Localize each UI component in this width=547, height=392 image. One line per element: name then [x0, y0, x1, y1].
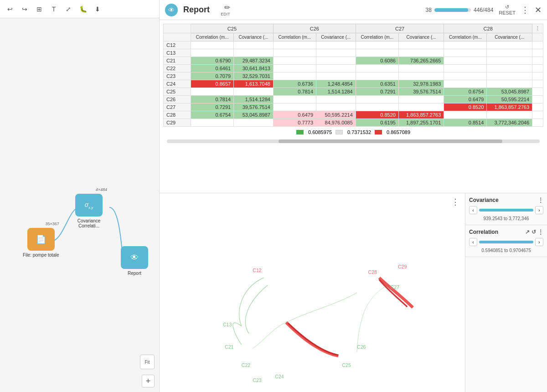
grid-button[interactable]: ⊞	[33, 3, 46, 15]
sub-col-c28-corr: Correlation (m...	[444, 33, 487, 41]
sub-col-c28-cov: Covariance (...	[487, 33, 532, 41]
file-node-label: File: pompe totale	[23, 253, 59, 258]
correlation-title: Correlation ↗ ↺ ⋮	[469, 229, 543, 235]
table-row: C21 0.6790 29,487.3234 0.6086 736,265.26…	[164, 57, 543, 65]
report-node-label: Report	[128, 271, 141, 276]
legend-bar: 0.6085975 0.7371532 0.8657089	[163, 127, 543, 138]
report-icon: 👁	[130, 253, 139, 263]
workflow-canvas: ↩ ↪ ⊞ T ⤢ 🐛 ⬇ 📄 35×367 File: pompe total…	[0, 0, 160, 392]
legend-mid	[335, 130, 343, 134]
covariance-range: 939.2543 to 3,772,346	[469, 216, 543, 221]
row-label-c29: C29	[164, 119, 191, 127]
correlation-left-arrow[interactable]: ‹	[469, 238, 477, 246]
node-label-c21: C21	[225, 344, 234, 350]
row-label-c27: C27	[164, 103, 191, 111]
covariance-control-panel: Covariance ⋮ ‹ › 939.2543 to 3,772,346	[465, 193, 547, 225]
cov-icon: σx,y	[85, 201, 93, 210]
report-content: C25 C26 C27 C28 ⋮ Correlation (m... Cova…	[160, 20, 547, 392]
page-total: 446/484	[474, 7, 493, 13]
sub-col-c27-corr: Correlation (m...	[356, 33, 398, 41]
correlation-reset-icon[interactable]: ↺	[532, 229, 536, 235]
node-label-c27: C27	[391, 284, 400, 290]
expand-button[interactable]: ⤢	[62, 3, 75, 15]
page-bar-fill	[434, 8, 468, 12]
reset-button[interactable]: ↺ RESET	[499, 4, 516, 15]
legend-green	[296, 130, 304, 134]
col-header-c26: C26	[273, 24, 356, 33]
table-row: C22 0.6461 30,641.8413	[164, 65, 543, 72]
cov-node-label: Covariance Correlati...	[71, 218, 107, 228]
node-label-c23: C23	[253, 377, 262, 383]
row-label-c25: C25	[164, 88, 191, 96]
row-label-c13: C13	[164, 49, 191, 57]
table-row: C28 0.6754 53,045.8987 0.6479 50,595.221…	[164, 111, 543, 119]
table-scrollbar[interactable]	[167, 139, 540, 143]
node-label-c22: C22	[242, 362, 251, 368]
node-label-c29: C29	[398, 264, 407, 269]
legend-red-val: 0.8657089	[387, 129, 410, 135]
file-icon: 📄	[36, 234, 46, 244]
undo-button[interactable]: ↩	[4, 3, 16, 15]
correlation-slider[interactable]	[479, 241, 533, 243]
reset-label: RESET	[499, 10, 516, 15]
row-label-c21: C21	[164, 57, 191, 65]
correlation-icons: ↗ ↺ ⋮	[525, 229, 543, 235]
redo-button[interactable]: ↪	[18, 3, 31, 15]
table-row: C24 0.8657 1,613.7048 0.6736 1,248.4854 …	[164, 80, 543, 88]
correlation-control-panel: Correlation ↗ ↺ ⋮ ‹ › 0.5940851 to 0.970…	[465, 225, 547, 257]
file-node-size: 35×367	[45, 222, 59, 226]
table-row: C13	[164, 49, 543, 57]
legend-mid-val: 0.7371532	[347, 129, 371, 135]
correlation-slider-row: ‹ ›	[469, 238, 543, 246]
node-label-c28: C28	[368, 269, 377, 275]
legend-red	[375, 130, 382, 134]
table-row: C25 0.7814 1,514.1284 0.7291 39,576.7514…	[164, 88, 543, 96]
graph-main: ⋮	[160, 193, 465, 392]
covariance-slider-row: ‹ ›	[469, 206, 543, 214]
report-header: 👁 Report ✏ EDIT 38 446/484 ↺ RESET ⋮ ✕	[160, 0, 547, 20]
covariance-title: Covariance ⋮	[469, 197, 543, 203]
header-more-button[interactable]: ⋮	[521, 5, 529, 15]
reset-icon: ↺	[505, 4, 509, 10]
col-header-c25: C25	[191, 24, 274, 33]
correlation-more-icon[interactable]: ⋮	[538, 229, 543, 235]
correlation-link-icon[interactable]: ↗	[525, 229, 530, 235]
report-node[interactable]: 👁 Report	[121, 246, 148, 276]
row-label-c12: C12	[164, 41, 191, 49]
correlation-right-arrow[interactable]: ›	[535, 238, 543, 246]
file-node[interactable]: 📄 35×367 File: pompe totale	[23, 228, 59, 258]
report-eye-icon: 👁	[165, 4, 178, 16]
fit-button[interactable]: Fit	[140, 355, 155, 369]
row-label-c23: C23	[164, 72, 191, 80]
sub-col-c25-corr: Correlation (m...	[191, 33, 234, 41]
edit-icon[interactable]: ✏	[224, 3, 230, 12]
cov-node-size: 4×484	[96, 187, 107, 192]
close-button[interactable]: ✕	[535, 5, 542, 15]
legend-green-val: 0.6085975	[308, 129, 332, 135]
page-progress-bar	[434, 8, 471, 12]
covariance-more-button[interactable]: ⋮	[538, 197, 543, 203]
node-label-c25: C25	[342, 362, 351, 368]
report-panel: 👁 Report ✏ EDIT 38 446/484 ↺ RESET ⋮ ✕	[160, 0, 547, 392]
sub-col-c25-cov: Covariance (...	[234, 33, 274, 41]
row-label-c22: C22	[164, 65, 191, 72]
covariance-slider[interactable]	[479, 209, 533, 211]
add-button[interactable]: +	[142, 375, 155, 387]
node-label-c24: C24	[275, 374, 284, 379]
row-label-c26: C26	[164, 96, 191, 103]
cov-node[interactable]: σx,y 4×484 Covariance Correlati...	[71, 194, 107, 228]
toolbar: ↩ ↪ ⊞ T ⤢ 🐛 ⬇	[0, 0, 159, 18]
data-table: C25 C26 C27 C28 ⋮ Correlation (m... Cova…	[163, 24, 543, 127]
covariance-left-arrow[interactable]: ‹	[469, 206, 477, 214]
graph-section: ⋮	[160, 193, 547, 392]
bug-button[interactable]: 🐛	[77, 3, 89, 15]
graph-more-button[interactable]: ⋮	[451, 197, 459, 207]
text-button[interactable]: T	[47, 3, 60, 15]
table-row: C26 0.7814 1,514.1284 0.6479 50,595.2214	[164, 96, 543, 103]
node-label-c13: C13	[223, 322, 232, 327]
covariance-right-arrow[interactable]: ›	[535, 206, 543, 214]
table-more-button[interactable]: ⋮	[532, 24, 543, 33]
sub-col-c26-cov: Covariance (...	[316, 33, 356, 41]
table-row: C27 0.7291 39,576.7514 0.8520 1,863,857.…	[164, 103, 543, 111]
download-button[interactable]: ⬇	[91, 3, 104, 15]
